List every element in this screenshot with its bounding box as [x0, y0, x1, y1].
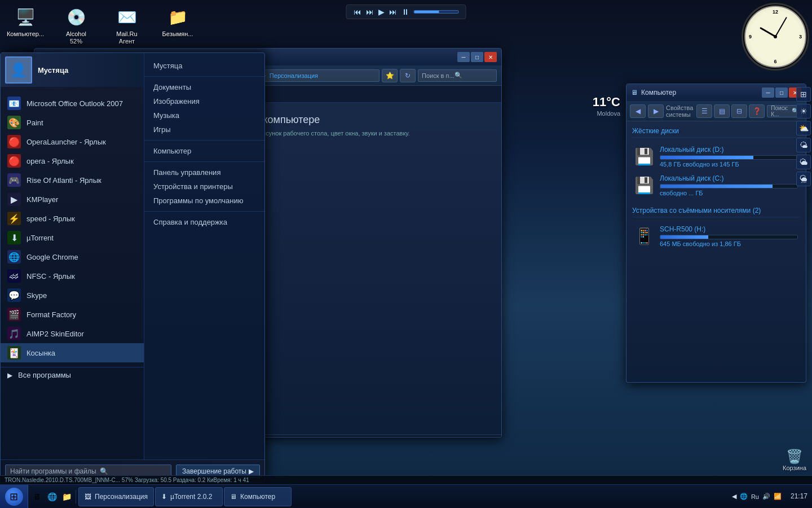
media-prev2-btn[interactable]: ⏭ [366, 7, 374, 16]
search-programs-text: Найти программы и файлы [10, 467, 96, 475]
computer-help-btn[interactable]: ❓ [749, 104, 765, 118]
start-right-div-4 [144, 211, 264, 212]
drive-item-d[interactable]: 💾 Локальный диск (D:) 45,8 ГБ свободно и… [632, 142, 800, 171]
side-icon-5[interactable]: 🌥 [796, 155, 811, 169]
all-programs-btn[interactable]: ▶ Все программы [1, 367, 144, 383]
start-right-music[interactable]: Музыка [144, 108, 264, 122]
unnamed-icon: 📁 [166, 6, 189, 28]
media-pause-btn[interactable]: ⏸ [401, 7, 409, 16]
start-right-help[interactable]: Справка и поддержка [144, 215, 264, 229]
start-right-devices[interactable]: Устройства и принтеры [144, 179, 264, 194]
start-item-google-chrome[interactable]: 🌐 Google Chrome [1, 247, 144, 266]
start-item-nfsc[interactable]: 🏎 NFSC - Ярлык [1, 266, 144, 286]
desktop-icon-alcohol-label: Alcohol52% [66, 30, 86, 45]
start-item-kmplayer[interactable]: ▶ KMPlayer [1, 190, 144, 209]
quick-launch-3[interactable]: 📁 [60, 490, 73, 503]
start-item-skype[interactable]: 💬 Skype [1, 286, 144, 305]
minimize-button[interactable]: ─ [457, 52, 470, 62]
drive-item-h[interactable]: 📱 SCH-R500 (H:) 645 МБ свободно из 1,86 … [632, 222, 800, 251]
start-menu: 👤 Мустяца 📧 Microsoft Office Outlook 200… [0, 52, 265, 483]
drive-d-name[interactable]: Локальный диск (D:) [660, 146, 798, 154]
recycle-bin-icon: 🗑️ [786, 449, 803, 465]
start-item-outlook[interactable]: 📧 Microsoft Office Outlook 2007 [1, 94, 144, 113]
desktop-icon-unnamed[interactable]: 📁 Безымян... [158, 6, 197, 45]
start-right-mustaca[interactable]: Мустяца [144, 59, 264, 73]
computer-maximize-btn[interactable]: □ [775, 87, 788, 98]
start-item-kosinka[interactable]: 🃏 Косынка [1, 343, 144, 362]
computer-minimize-btn[interactable]: ─ [762, 87, 774, 98]
drives-section: Жёсткие диски 💾 Локальный диск (D:) 45,8… [632, 127, 800, 200]
tray-volume-icon: 📶 [774, 493, 782, 500]
drive-h-name[interactable]: SCH-R500 (H:) [660, 225, 798, 233]
clock-6: 6 [774, 59, 776, 64]
start-item-outlook-label: Microsoft Office Outlook 2007 [27, 99, 123, 108]
start-menu-body: 👤 Мустяца 📧 Microsoft Office Outlook 200… [1, 53, 264, 459]
computer-forward-btn[interactable]: ▶ [648, 104, 664, 118]
computer-content: Жёсткие диски 💾 Локальный диск (D:) 45,8… [626, 121, 806, 382]
computer-view-btn[interactable]: ⊟ [731, 104, 747, 118]
start-item-format-factory[interactable]: 🎬 Format Factory [1, 305, 144, 324]
start-menu-left: 👤 Мустяца 📧 Microsoft Office Outlook 200… [1, 53, 144, 459]
computer-footer: 💾 Локальный диск (D:) Свободно: 45,8 ГБ [626, 382, 806, 383]
taskbar-item-personalization[interactable]: 🖼 Персонализация [78, 487, 154, 506]
start-item-paint[interactable]: 🎨 Paint [1, 113, 144, 132]
computer-back-btn[interactable]: ◀ [630, 104, 646, 118]
desktop-icon-alcohol[interactable]: 💿 Alcohol52% [56, 6, 96, 45]
start-item-aimp2[interactable]: 🎵 AIMP2 SkinEditor [1, 324, 144, 343]
start-right-images[interactable]: Изображения [144, 94, 264, 108]
maximize-button[interactable]: □ [471, 52, 483, 62]
media-next-btn[interactable]: ⏭ [389, 7, 397, 16]
start-menu-items: 📧 Microsoft Office Outlook 2007 🎨 Paint … [1, 91, 144, 365]
start-right-div-1 [144, 76, 264, 77]
start-right-documents[interactable]: Документы [144, 80, 264, 94]
start-right-control-panel[interactable]: Панель управления [144, 165, 264, 179]
side-icon-2[interactable]: ☀ [796, 104, 811, 119]
start-item-rise-of-atlanti[interactable]: 🎮 Rise Of Atlanti - Ярлык [1, 170, 144, 190]
favorites-btn[interactable]: ⭐ [382, 69, 398, 82]
side-icon-1[interactable]: ⊞ [796, 87, 811, 102]
media-prev-btn[interactable]: ⏮ [354, 7, 361, 16]
taskbar: ⊞ 🖥 🌐 📁 🖼 Персонализация ⬇ µTorrent 2.0.… [0, 484, 812, 508]
all-programs-arrow: ▶ [7, 371, 12, 379]
computer-views-btn[interactable]: ☰ [696, 104, 712, 118]
start-item-opera-launcher[interactable]: 🔴 OperaLauncher - Ярлык [1, 132, 144, 151]
media-play-btn[interactable]: ▶ [378, 7, 385, 16]
user-avatar: 👤 [5, 56, 32, 84]
drive-h-bar [660, 235, 798, 239]
start-item-nfsc-label: NFSC - Ярлык [27, 272, 75, 281]
recycle-bin[interactable]: 🗑️ Корзина [783, 449, 806, 471]
search-bar[interactable]: Поиск в п... 🔍 [418, 69, 497, 82]
quick-launch-2[interactable]: 🌐 [45, 490, 59, 503]
start-right-games[interactable]: Игры [144, 122, 264, 137]
computer-details-btn[interactable]: ▤ [714, 104, 730, 118]
clock-widget: 12 3 6 9 [742, 3, 809, 71]
start-right-computer[interactable]: Компьютер [144, 144, 264, 158]
computer-window: 🖥 Компьютер ─ □ ✕ ◀ ▶ Свойства системы ☰… [626, 84, 806, 383]
search-programs-icon: 🔍 [100, 467, 108, 475]
shutdown-arrow-icon: ▶ [249, 467, 254, 475]
taskbar-item-computer[interactable]: 🖥 Компьютер [224, 487, 292, 506]
clock-face: 12 3 6 9 [744, 6, 806, 68]
desktop-icon-computer[interactable]: 🖥️ Компьютер... [6, 6, 45, 45]
drive-item-c[interactable]: 💾 Локальный диск (C:) свободно ... ГБ [632, 171, 800, 200]
desktop-icon-mail-agent[interactable]: ✉️ Mail.RuАгент [107, 6, 147, 45]
start-item-speed[interactable]: ⚡ speed - Ярлык [1, 209, 144, 228]
paint-icon: 🎨 [7, 116, 21, 129]
side-icon-3[interactable]: ⛅ [796, 121, 811, 135]
tray-arrow[interactable]: ◀ [732, 493, 736, 500]
start-item-opera[interactable]: 🔴 opera - Ярлык [1, 151, 144, 170]
drive-d-info: Локальный диск (D:) 45,8 ГБ свободно из … [660, 146, 798, 168]
refresh-btn[interactable]: ↻ [400, 69, 416, 82]
side-icon-6[interactable]: 🌦 [796, 172, 811, 186]
taskbar-item-utorrent[interactable]: ⬇ µTorrent 2.0.2 [155, 487, 223, 506]
start-item-utorrent[interactable]: ⬇ µTorrent [1, 228, 144, 247]
drive-c-name[interactable]: Локальный диск (C:) [660, 174, 798, 182]
quick-launch-1[interactable]: 🖥 [30, 490, 44, 503]
start-item-kosinka-label: Косынка [27, 349, 55, 357]
start-item-opera-launcher-label: OperaLauncher - Ярлык [27, 138, 106, 146]
start-item-paint-label: Paint [27, 119, 43, 127]
start-button[interactable]: ⊞ [0, 485, 28, 509]
side-icon-4[interactable]: 🌤 [796, 138, 811, 152]
close-button[interactable]: ✕ [484, 52, 497, 62]
start-right-default-programs[interactable]: Программы по умолчанию [144, 194, 264, 208]
